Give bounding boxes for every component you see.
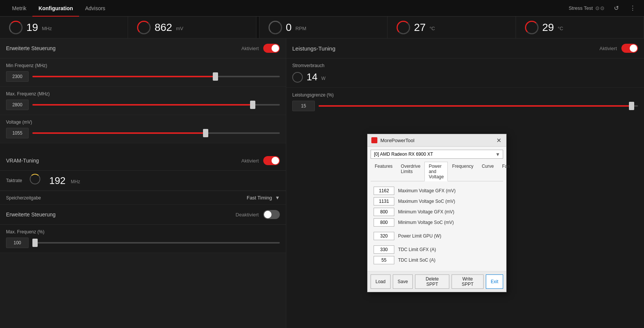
dialog-tab-frequency[interactable]: Frequency — [448, 162, 478, 181]
status-unit-temp1: °C — [429, 26, 435, 31]
status-rpm: 0 RPM — [259, 17, 388, 38]
erweiterte-steuerung-status: Aktiviert — [241, 46, 259, 51]
voltage-value[interactable]: 1055 — [6, 128, 29, 138]
min-frequenz-section: Min Frequenz (MHz) 2300 — [0, 58, 286, 87]
dropdown-arrow-icon: ▼ — [275, 195, 280, 201]
dialog-tab-fan[interactable]: Fan — [498, 162, 514, 181]
dialog-field-2: Minimum Voltage GFX (mV) — [374, 208, 500, 216]
field-label-5: TDC Limit GFX (A) — [398, 247, 436, 252]
field-label-4: Power Limit GPU (W) — [398, 233, 441, 239]
erweiterte-steuerung-header: Erweiterte Steuerung Aktiviert — [0, 38, 286, 58]
leistungsgrenze-label: Leistungsgrenze (%) — [292, 92, 638, 98]
dialog-tab-power-voltage[interactable]: Power and Voltage — [424, 162, 448, 181]
field-input-2[interactable] — [374, 208, 394, 216]
status-mhz: 19 MHz — [0, 17, 128, 38]
dialog-tab-features[interactable]: Features — [371, 162, 397, 181]
dialog-field-3: Minimum Voltage SoC (mV) — [374, 218, 500, 227]
gauge-rpm — [269, 21, 282, 34]
leistungsgrenze-slider-row: 15 — [292, 101, 638, 111]
vram-tuning-title: VRAM-Tuning — [6, 158, 241, 164]
status-value-mhz: 19 — [26, 21, 38, 34]
top-nav: Metrik Konfiguration Advisors Stress Tes… — [0, 0, 644, 17]
max-frequenz-fill — [32, 104, 253, 106]
max-frequenz-pct-track[interactable] — [32, 242, 280, 244]
status-value-rpm: 0 — [286, 21, 292, 34]
gauge-mhz — [9, 21, 23, 34]
max-frequenz-pct-thumb[interactable] — [32, 239, 38, 247]
voltage-thumb[interactable] — [203, 129, 208, 137]
speicherzeitgabe-value[interactable]: Fast Timing ▼ — [247, 195, 280, 201]
erweiterte-steuerung2-title: Erweiterte Steuerung — [6, 212, 236, 218]
save-button[interactable]: Save — [393, 274, 413, 289]
field-input-3[interactable] — [374, 218, 394, 227]
max-frequenz-track[interactable] — [32, 104, 280, 106]
field-label-1: Maximum Voltage SoC (mV) — [398, 199, 455, 204]
load-button[interactable]: Load — [371, 274, 391, 289]
exit-button[interactable]: Exit — [486, 274, 503, 289]
dialog-fields: Maximum Voltage GFX (mV) Maximum Voltage… — [371, 185, 503, 268]
status-unit-mhz: MHz — [42, 26, 52, 31]
min-frequenz-label: Min Frequenz (MHz) — [6, 63, 280, 68]
status-value-mv: 862 — [154, 21, 172, 34]
erweiterte-steuerung2-toggle[interactable] — [263, 210, 280, 219]
erweiterte-steuerung-title: Erweiterte Steuerung — [6, 45, 241, 51]
dialog-tabs: Features Overdrive Limits Power and Volt… — [371, 162, 503, 181]
max-frequenz-thumb[interactable] — [250, 101, 255, 109]
tab-konfiguration[interactable]: Konfiguration — [32, 0, 79, 17]
dialog-titlebar: MorePowerTool ✕ — [368, 134, 506, 147]
field-spacer — [374, 229, 500, 232]
voltage-fill — [32, 132, 206, 134]
min-frequenz-track[interactable] — [32, 76, 280, 77]
voltage-track[interactable] — [32, 132, 280, 134]
speicherzeitgabe-label: Speicherzeitgabe — [6, 195, 247, 201]
leistungsgrenze-fill — [319, 105, 632, 107]
leistungsgrenze-track[interactable] — [319, 105, 638, 107]
field-label-6: TDC Limit SoC (A) — [398, 257, 435, 263]
max-frequenz-label: Max. Frequenz (MHz) — [6, 91, 280, 97]
max-frequenz-pct-value[interactable]: 100 — [6, 238, 29, 248]
voltage-section: Voltage (mV) 1055 — [0, 115, 286, 143]
stromverbrauch-value-row: 14 W — [292, 71, 638, 83]
leistungs-tuning-toggle[interactable] — [621, 44, 638, 53]
status-temp1: 27 °C — [388, 17, 516, 38]
field-input-1[interactable] — [374, 197, 394, 205]
status-temp2: 29 °C — [516, 17, 644, 38]
taktrate-value: 192 — [49, 175, 66, 187]
device-select[interactable]: [0] AMD Radeon RX 6900 XT — [371, 150, 503, 159]
leistungsgrenze-value[interactable]: 15 — [292, 101, 315, 111]
max-frequenz-slider-row: 2800 — [6, 100, 280, 110]
delete-sppt-button[interactable]: Delete SPPT — [415, 274, 449, 289]
min-frequenz-thumb[interactable] — [213, 72, 218, 81]
device-select-wrapper: [0] AMD Radeon RX 6900 XT ▼ — [371, 150, 503, 162]
erweiterte-steuerung2-status: Deaktiviert — [236, 212, 259, 218]
more-button[interactable]: ⋮ — [627, 3, 638, 14]
vram-tuning-toggle[interactable] — [263, 156, 280, 165]
speicherzeitgabe-row[interactable]: Speicherzeitgabe Fast Timing ▼ — [0, 191, 286, 205]
refresh-button[interactable]: ↺ — [611, 3, 621, 14]
leistungsgrenze-section: Leistungsgrenze (%) 15 — [286, 88, 644, 116]
erweiterte-steuerung-toggle[interactable] — [263, 44, 280, 53]
stromverbrauch-value: 14 — [307, 71, 317, 83]
dialog-close-button[interactable]: ✕ — [495, 136, 502, 144]
write-sppt-button[interactable]: Write SPPT — [452, 274, 484, 289]
stromverbrauch-section: Stromverbrauch 14 W — [286, 58, 644, 88]
max-frequenz-value[interactable]: 2800 — [6, 100, 29, 110]
field-label-0: Maximum Voltage GFX (mV) — [398, 188, 456, 193]
tab-advisors[interactable]: Advisors — [79, 0, 111, 17]
field-input-6[interactable] — [374, 256, 394, 264]
min-frequenz-value[interactable]: 2300 — [6, 71, 29, 82]
field-input-5[interactable] — [374, 245, 394, 254]
main-content: Erweiterte Steuerung Aktiviert Min Frequ… — [0, 38, 644, 328]
status-bar: 19 MHz 862 mV 0 RPM 27 °C 29 °C — [0, 17, 644, 38]
leistungsgrenze-thumb[interactable] — [629, 102, 634, 110]
leistungs-tuning-status: Aktiviert — [600, 46, 617, 51]
field-input-4[interactable] — [374, 232, 394, 240]
dialog-tab-curve[interactable]: Curve — [478, 162, 498, 181]
stress-test-button[interactable]: Stress Test ⚙⚙ — [569, 5, 605, 11]
status-unit-mv: mV — [176, 26, 183, 31]
field-input-0[interactable] — [374, 187, 394, 195]
dialog-tab-overdrive[interactable]: Overdrive Limits — [397, 162, 424, 181]
panel-spacer — [0, 143, 286, 151]
tab-metrik[interactable]: Metrik — [6, 0, 32, 17]
max-frequenz-pct-slider-row: 100 — [6, 238, 280, 248]
